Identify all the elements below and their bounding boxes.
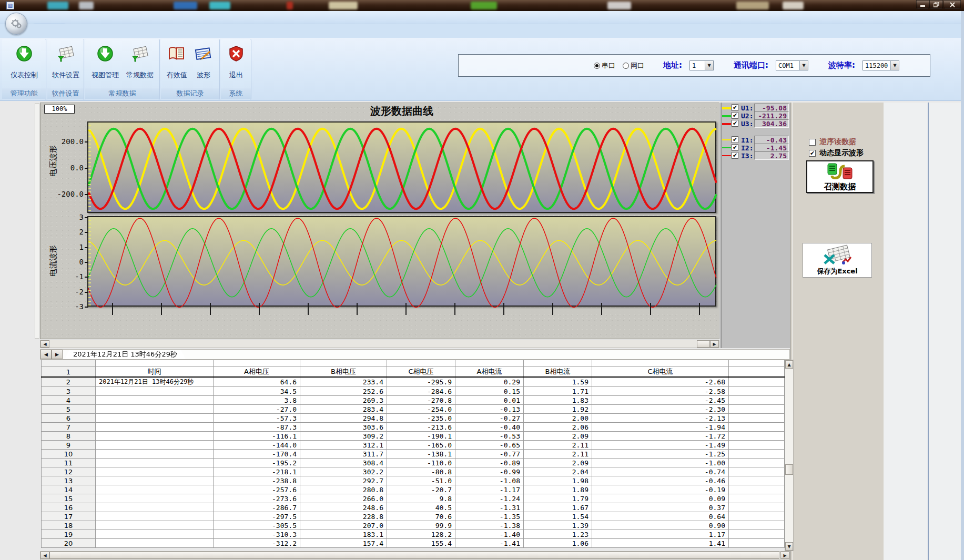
table-cell-time[interactable] bbox=[96, 450, 214, 459]
dynamic-wave-checkbox[interactable]: ✔ bbox=[809, 150, 816, 157]
table-cell-time[interactable] bbox=[96, 405, 214, 414]
table-cell[interactable]: 0.15 bbox=[455, 387, 524, 396]
table-cell[interactable]: -80.8 bbox=[387, 467, 455, 476]
table-cell[interactable]: 1.23 bbox=[524, 530, 592, 539]
effective-value-button[interactable]: 有效值 bbox=[161, 42, 192, 80]
table-cell[interactable]: -1.31 bbox=[455, 503, 524, 512]
table-cell[interactable]: 1.41 bbox=[592, 539, 729, 548]
row-number[interactable]: 3 bbox=[42, 387, 96, 396]
table-cell[interactable]: 1.79 bbox=[524, 494, 592, 503]
table-cell-time[interactable] bbox=[96, 494, 214, 503]
row-number[interactable]: 9 bbox=[42, 441, 96, 450]
table-cell[interactable]: -116.1 bbox=[214, 432, 300, 441]
table-cell[interactable]: 0.29 bbox=[455, 377, 524, 387]
row-number[interactable]: 19 bbox=[42, 530, 96, 539]
table-cell[interactable]: 294.8 bbox=[300, 414, 387, 423]
table-cell-time[interactable] bbox=[96, 387, 214, 396]
comm-port-select[interactable]: COM1▼ bbox=[776, 60, 808, 70]
network-radio[interactable]: 网口 bbox=[623, 61, 644, 70]
table-cell[interactable]: 2.04 bbox=[524, 467, 592, 476]
row-number[interactable]: 1 bbox=[42, 367, 96, 378]
software-settings-button[interactable]: 软件设置 bbox=[48, 42, 84, 80]
view-management-button[interactable]: 视图管理 bbox=[87, 42, 123, 80]
zoom-level-box[interactable]: 100% bbox=[44, 105, 75, 114]
table-cell[interactable]: 70.6 bbox=[387, 512, 455, 521]
legend-checkbox[interactable]: ✔ bbox=[732, 104, 738, 111]
row-number[interactable]: 4 bbox=[42, 396, 96, 405]
table-cell-time[interactable] bbox=[96, 432, 214, 441]
table-cell[interactable]: -57.3 bbox=[214, 414, 300, 423]
table-cell[interactable]: 2.00 bbox=[524, 414, 592, 423]
address-select[interactable]: 1▼ bbox=[689, 60, 714, 70]
row-number[interactable]: 5 bbox=[42, 405, 96, 414]
table-cell[interactable]: 303.6 bbox=[300, 423, 387, 432]
scrollbar-thumb[interactable] bbox=[697, 340, 710, 348]
table-cell-time[interactable] bbox=[96, 530, 214, 539]
table-cell[interactable]: 1.71 bbox=[524, 387, 592, 396]
table-cell[interactable]: 3.8 bbox=[214, 396, 300, 405]
table-cell[interactable]: -284.6 bbox=[387, 387, 455, 396]
scroll-right-icon[interactable]: ▶ bbox=[780, 552, 789, 559]
table-cell[interactable]: -1.94 bbox=[592, 423, 729, 432]
row-number[interactable]: 18 bbox=[42, 521, 96, 530]
save-excel-button[interactable]: 保存为Excel bbox=[803, 243, 872, 278]
table-cell[interactable]: 0.37 bbox=[592, 503, 729, 512]
table-cell[interactable]: -2.58 bbox=[592, 387, 729, 396]
row-number[interactable]: 14 bbox=[42, 485, 96, 494]
restore-button[interactable] bbox=[929, 0, 943, 9]
table-cell[interactable]: 183.1 bbox=[300, 530, 387, 539]
table-cell[interactable]: -312.2 bbox=[214, 539, 300, 548]
table-cell[interactable]: -195.2 bbox=[214, 459, 300, 467]
scrollbar-thumb[interactable] bbox=[785, 464, 793, 475]
table-cell[interactable]: -238.8 bbox=[214, 476, 300, 485]
table-cell-time[interactable]: 2021年12月21日 13时46分29秒 bbox=[96, 377, 214, 387]
sheet-next-icon[interactable]: ▶ bbox=[52, 350, 63, 359]
table-cell[interactable]: 248.6 bbox=[300, 503, 387, 512]
table-cell[interactable]: -1.08 bbox=[455, 476, 524, 485]
table-cell-time[interactable] bbox=[96, 521, 214, 530]
table-cell[interactable]: -218.1 bbox=[214, 467, 300, 476]
table-cell[interactable]: -295.9 bbox=[387, 377, 455, 387]
sheet-tab[interactable]: 2021年12月21日 13时46分29秒 bbox=[65, 350, 186, 359]
table-cell[interactable]: -2.13 bbox=[592, 414, 729, 423]
dynamic-wave-checkbox-row[interactable]: ✔ 动态显示波形 bbox=[809, 148, 864, 158]
column-header[interactable]: A相电流 bbox=[455, 367, 524, 378]
table-cell-time[interactable] bbox=[96, 485, 214, 494]
table-cell[interactable]: 0.01 bbox=[455, 396, 524, 405]
row-number[interactable]: 20 bbox=[42, 539, 96, 548]
table-cell[interactable]: 155.4 bbox=[387, 539, 455, 548]
instrument-control-button[interactable]: 仪表控制 bbox=[6, 42, 42, 80]
table-cell[interactable]: 2.11 bbox=[524, 441, 592, 450]
table-cell[interactable]: 0.09 bbox=[592, 494, 729, 503]
table-cell[interactable]: 280.8 bbox=[300, 485, 387, 494]
table-cell-time[interactable] bbox=[96, 423, 214, 432]
table-cell[interactable]: 2.11 bbox=[524, 450, 592, 459]
scroll-down-icon[interactable]: ▼ bbox=[785, 542, 793, 551]
table-cell[interactable]: -254.0 bbox=[387, 405, 455, 414]
table-cell[interactable]: -138.1 bbox=[387, 450, 455, 459]
table-cell[interactable]: -270.8 bbox=[387, 396, 455, 405]
table-cell[interactable]: -51.0 bbox=[387, 476, 455, 485]
table-cell[interactable]: -190.1 bbox=[387, 432, 455, 441]
table-cell[interactable]: 64.6 bbox=[214, 377, 300, 387]
table-cell[interactable]: -87.3 bbox=[214, 423, 300, 432]
table-cell[interactable]: -1.72 bbox=[592, 432, 729, 441]
scroll-right-icon[interactable]: ▶ bbox=[710, 340, 719, 348]
table-cell[interactable]: -0.89 bbox=[455, 459, 524, 467]
minimize-button[interactable] bbox=[916, 0, 929, 9]
table-cell[interactable]: -2.45 bbox=[592, 396, 729, 405]
table-cell[interactable]: 34.5 bbox=[214, 387, 300, 396]
row-number[interactable]: 16 bbox=[42, 503, 96, 512]
table-cell-time[interactable] bbox=[96, 441, 214, 450]
legend-checkbox[interactable]: ✔ bbox=[732, 136, 738, 143]
table-cell[interactable]: 2.09 bbox=[524, 459, 592, 467]
legend-checkbox[interactable]: ✔ bbox=[732, 112, 738, 119]
table-cell[interactable]: 1.92 bbox=[524, 405, 592, 414]
row-number[interactable]: 12 bbox=[42, 467, 96, 476]
table-cell[interactable]: -310.3 bbox=[214, 530, 300, 539]
vertical-splitter[interactable] bbox=[35, 103, 39, 339]
table-cell[interactable]: -286.7 bbox=[214, 503, 300, 512]
row-number[interactable]: 8 bbox=[42, 432, 96, 441]
table-cell[interactable]: 0.90 bbox=[592, 521, 729, 530]
table-cell[interactable]: -2.30 bbox=[592, 405, 729, 414]
